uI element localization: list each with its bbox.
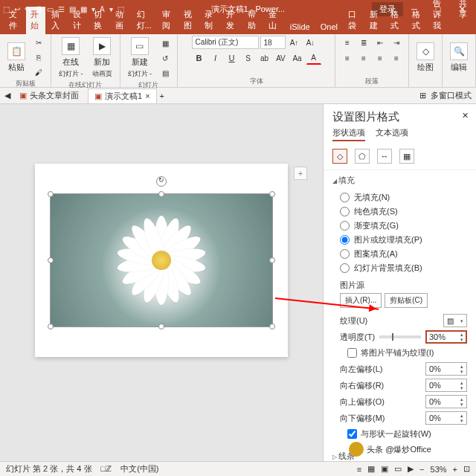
font-name-dropdown[interactable]: Calibri (正文) xyxy=(192,36,259,49)
normal-view-icon[interactable]: ▦ xyxy=(367,464,375,474)
qat-icon[interactable]: ☰ xyxy=(58,5,65,13)
tab-pocket[interactable]: 口袋 xyxy=(344,7,364,34)
slideshow-view-icon[interactable]: ▶ xyxy=(408,464,414,474)
selected-picture-shape[interactable] xyxy=(50,193,273,327)
picture-icon[interactable]: ▦ xyxy=(399,149,414,164)
align-center-icon[interactable]: ≡ xyxy=(356,51,371,65)
tab-new[interactable]: 新建 xyxy=(365,7,385,34)
underline-icon[interactable]: U xyxy=(225,51,239,65)
paste-button[interactable]: 📋粘贴 xyxy=(4,41,28,74)
qat-print-icon[interactable]: 🖶 xyxy=(35,5,42,13)
tile-checkbox[interactable]: 将图片平铺为纹理(I) xyxy=(340,345,467,361)
radio-pattern-fill[interactable]: 图案填充(A) xyxy=(332,247,467,261)
fill-header[interactable]: 填充 xyxy=(332,175,467,186)
bold-icon[interactable]: B xyxy=(192,51,207,65)
pane-close-icon[interactable]: ✕ xyxy=(454,105,476,126)
tab-kingsoft[interactable]: 金山 xyxy=(264,7,284,34)
rotate-handle[interactable] xyxy=(156,176,167,187)
resize-handle[interactable] xyxy=(158,324,164,329)
new-slide-button[interactable]: ▭新建幻灯片 - xyxy=(125,36,155,80)
rotate-with-shape-checkbox[interactable]: 与形状一起旋转(W) xyxy=(340,426,467,442)
close-tab-icon[interactable]: × xyxy=(145,91,149,100)
format-painter-icon[interactable]: 🖌 xyxy=(31,65,46,79)
radio-solid-fill[interactable]: 纯色填充(S) xyxy=(332,205,467,219)
strike-icon[interactable]: S xyxy=(241,51,256,65)
qat-icon[interactable]: ▾ xyxy=(109,5,113,13)
offset-left-input[interactable]: 0%▴▾ xyxy=(425,362,467,376)
layout-icon[interactable]: ▦ xyxy=(158,36,173,50)
offset-right-input[interactable]: 0%▴▾ xyxy=(425,379,467,392)
tab-onekey[interactable]: Onel xyxy=(316,20,342,34)
qat-icon[interactable]: A xyxy=(100,5,105,13)
indent-inc-icon[interactable]: ⇥ xyxy=(389,36,404,49)
italic-icon[interactable]: I xyxy=(208,51,223,65)
tab-record[interactable]: 录制 xyxy=(200,7,220,34)
font-size-dropdown[interactable]: 18 xyxy=(260,36,286,49)
cut-icon[interactable]: ✂ xyxy=(31,36,46,49)
bullets-icon[interactable]: ≡ xyxy=(340,36,355,49)
indent-dec-icon[interactable]: ⇤ xyxy=(373,36,387,49)
zoom-in-icon[interactable]: + xyxy=(453,465,457,474)
resize-handle[interactable] xyxy=(48,191,54,197)
edit-button[interactable]: 🔍编辑 xyxy=(447,41,471,74)
tab-format1[interactable]: 格式 xyxy=(386,7,406,34)
tab-review[interactable]: 审阅 xyxy=(158,7,178,34)
prev-tab-icon[interactable]: ◀ xyxy=(4,91,10,100)
tell-me[interactable]: 告诉我 xyxy=(428,0,448,34)
new-tab-icon[interactable]: + xyxy=(160,91,164,100)
draw-button[interactable]: ◇绘图 xyxy=(414,41,437,74)
radio-no-fill[interactable]: 无填充(N) xyxy=(332,190,467,205)
language-label[interactable]: 中文(中国) xyxy=(120,463,158,475)
decrease-font-icon[interactable]: A↓ xyxy=(303,36,318,49)
justify-icon[interactable]: ≡ xyxy=(389,51,404,65)
doc-tab-1[interactable]: ▣头条文章封面 xyxy=(13,89,85,103)
transparency-slider[interactable] xyxy=(379,335,421,338)
doc-tab-2[interactable]: ▣演示文稿1× xyxy=(88,89,157,103)
tab-format2[interactable]: 格式 xyxy=(408,7,428,34)
effects-icon[interactable]: ⬠ xyxy=(355,149,370,164)
radio-picture-fill[interactable]: 图片或纹理填充(P) xyxy=(332,233,467,247)
new-anim-button[interactable]: ▶新加动画页 xyxy=(89,36,115,80)
radio-slide-bg-fill[interactable]: 幻灯片背景填充(B) xyxy=(332,261,467,275)
resize-handle[interactable] xyxy=(48,257,54,263)
fill-line-icon[interactable]: ◇ xyxy=(332,149,347,164)
offset-top-input[interactable]: 0%▴▾ xyxy=(425,395,467,408)
texture-dropdown[interactable]: ▨ ▾ xyxy=(443,314,467,327)
shape-options-tab[interactable]: 形状选项 xyxy=(332,127,365,141)
share-button[interactable]: 共享 xyxy=(454,0,472,34)
qat-icon[interactable]: ⬚ xyxy=(3,5,10,13)
qat-icon[interactable]: ⬚ xyxy=(118,5,124,13)
qat-undo-icon[interactable]: ↩ xyxy=(14,5,20,13)
notes-icon[interactable]: ≡ xyxy=(357,465,361,474)
qat-icon[interactable]: ▭ xyxy=(47,5,54,13)
increase-font-icon[interactable]: A↑ xyxy=(287,36,302,49)
fit-icon[interactable]: ⊡ xyxy=(463,464,470,474)
zoom-out-icon[interactable]: − xyxy=(419,465,424,474)
align-right-icon[interactable]: ≡ xyxy=(373,51,387,65)
online-slide-button[interactable]: ▦在线幻灯片 - xyxy=(56,36,86,80)
tab-view[interactable]: 视图 xyxy=(179,7,199,34)
radio-gradient-fill[interactable]: 渐变填充(G) xyxy=(332,219,467,233)
sorter-view-icon[interactable]: ▣ xyxy=(381,464,388,474)
zoom-level[interactable]: 53% xyxy=(431,465,447,474)
highlight-icon[interactable]: Aa xyxy=(290,51,305,65)
shadow-icon[interactable]: ab xyxy=(257,51,272,65)
section-icon[interactable]: ▤ xyxy=(158,66,173,80)
numbering-icon[interactable]: ≣ xyxy=(356,36,371,49)
slide[interactable]: + xyxy=(35,164,288,357)
multiwindow-label[interactable]: 多窗口模式 xyxy=(431,90,472,101)
qat-icon[interactable]: ▦ xyxy=(80,5,87,13)
spellcheck-icon[interactable]: □ℤ xyxy=(101,464,112,474)
qat-icon[interactable]: ▤ xyxy=(69,5,76,13)
tab-developer[interactable]: 开发 xyxy=(222,7,242,34)
resize-handle[interactable] xyxy=(48,324,54,329)
copy-icon[interactable]: ⎘ xyxy=(31,51,46,64)
text-options-tab[interactable]: 文本选项 xyxy=(376,127,408,141)
resize-handle[interactable] xyxy=(269,324,275,329)
add-button[interactable]: + xyxy=(294,167,307,180)
multiwindow-icon[interactable]: ⊞ xyxy=(419,91,426,100)
resize-handle[interactable] xyxy=(269,257,275,263)
tab-slideshow[interactable]: 幻灯... xyxy=(132,7,157,34)
resize-handle[interactable] xyxy=(269,191,275,197)
align-left-icon[interactable]: ≡ xyxy=(340,51,355,65)
